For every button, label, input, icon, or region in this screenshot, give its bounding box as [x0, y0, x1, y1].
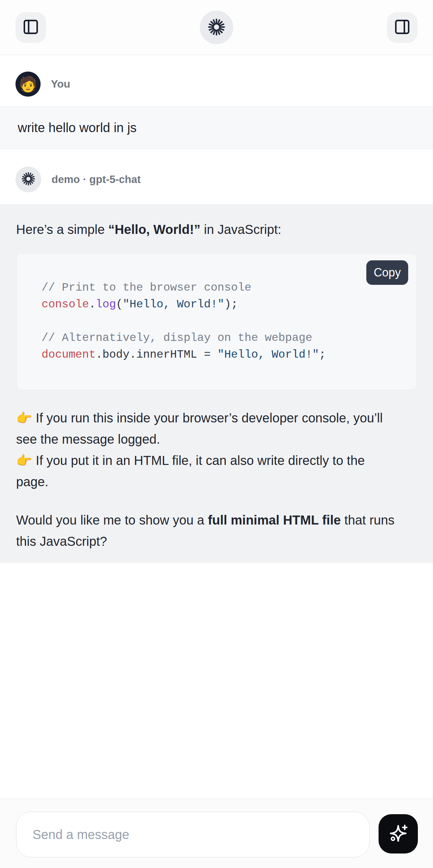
- starburst-avatar-icon: [21, 172, 35, 187]
- code-block: Copy // Print to the browser console con…: [16, 253, 417, 390]
- code-line: document.body.innerHTML = "Hello, World!…: [41, 346, 416, 363]
- paragraph-line: 👉 If you run this inside your browser’s …: [16, 407, 417, 429]
- code-token: ;: [319, 348, 326, 361]
- intro-text-after: in JavaScript:: [200, 222, 281, 237]
- paragraph-line: Would you like me to show you a full min…: [16, 509, 417, 531]
- app-logo-button[interactable]: [200, 11, 233, 44]
- panel-right-icon: [394, 19, 411, 36]
- user-avatar: 🧑: [16, 71, 40, 97]
- assistant-paragraph-1: 👉 If you run this inside your browser’s …: [16, 407, 417, 450]
- paragraph-text: that runs: [341, 513, 395, 527]
- sidebar-toggle-button[interactable]: [16, 12, 46, 43]
- right-panel-toggle-button[interactable]: [387, 12, 417, 43]
- code-token: console: [41, 298, 89, 311]
- assistant-paragraph-2: 👉 If you put it in an HTML file, it can …: [16, 450, 417, 492]
- code-token: (: [116, 298, 123, 311]
- message-input[interactable]: [16, 812, 370, 857]
- send-button[interactable]: [378, 814, 418, 854]
- code-token: .: [89, 298, 96, 311]
- code-token: "Hello, World!": [123, 298, 224, 311]
- paragraph-line: see the message logged.: [16, 429, 417, 450]
- code-token: .body.innerHTML =: [96, 348, 217, 361]
- paragraph-bold-text: full minimal HTML file: [208, 513, 341, 527]
- intro-bold-text: “Hello, World!”: [108, 222, 200, 237]
- paragraph-line: page.: [16, 471, 417, 492]
- copy-button[interactable]: Copy: [366, 260, 408, 285]
- code-token: document: [41, 348, 96, 361]
- code-line: [41, 313, 416, 330]
- paragraph-line: 👉 If you put it in an HTML file, it can …: [16, 450, 417, 471]
- user-message-text: write hello world in js: [18, 121, 136, 135]
- panel-left-icon: [22, 19, 39, 36]
- chat-app: 🧑 You write hello world in js demo · gpt…: [0, 0, 433, 868]
- person-emoji: 🧑: [19, 77, 37, 92]
- user-message: write hello world in js: [0, 106, 433, 149]
- code-token: );: [224, 298, 238, 311]
- intro-text: Here’s a simple: [16, 222, 108, 237]
- top-bar: [0, 0, 433, 55]
- code-line: console.log("Hello, World!");: [41, 296, 416, 313]
- sparkle-icon: [388, 823, 408, 845]
- chat-scroll-area[interactable]: [0, 563, 433, 799]
- user-turn-header: 🧑 You: [0, 55, 433, 106]
- code-token: // Alternatively, display on the webpage: [41, 332, 312, 344]
- assistant-turn-label: demo · gpt-5-chat: [52, 173, 141, 186]
- assistant-message: Here’s a simple “Hello, World!” in JavaS…: [0, 204, 433, 563]
- code-line: // Print to the browser console: [41, 279, 416, 296]
- assistant-paragraph-3: Would you like me to show you a full min…: [16, 509, 417, 552]
- code-token: "Hello, World!": [217, 348, 319, 361]
- assistant-intro-line: Here’s a simple “Hello, World!” in JavaS…: [16, 219, 417, 240]
- starburst-logo-icon: [208, 18, 225, 37]
- code-token: // Print to the browser console: [41, 281, 251, 294]
- code-content: // Print to the browser console console.…: [17, 254, 416, 363]
- code-line: // Alternatively, display on the webpage: [41, 330, 416, 346]
- assistant-turn-header: demo · gpt-5-chat: [0, 149, 433, 204]
- user-turn-label: You: [51, 78, 70, 90]
- paragraph-text: Would you like me to show you a: [16, 513, 208, 527]
- composer-bar: [0, 799, 433, 868]
- code-token: log: [96, 298, 116, 311]
- paragraph-line: this JavaScript?: [16, 531, 417, 552]
- assistant-avatar: [16, 166, 41, 192]
